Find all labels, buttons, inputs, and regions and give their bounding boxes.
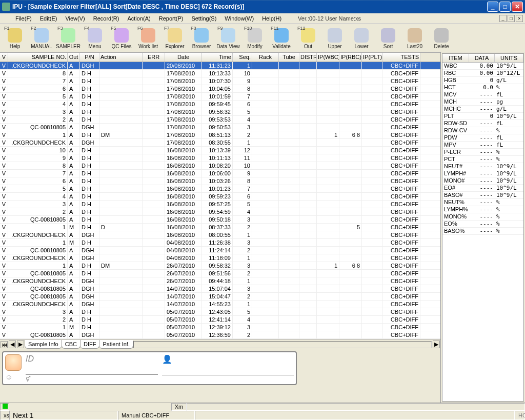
result-row: EO%----% (442, 221, 523, 228)
table-row[interactable]: V2AD H05/07/201012:41:144CBC+DIFF (0, 316, 440, 324)
table-row[interactable]: V6AD H17/08/201010:04:058CBC+DIFF (0, 85, 440, 93)
menu-actiona[interactable]: Action(A) (123, 14, 154, 23)
table-row[interactable]: V1MD HD16/08/201008:37:3325CBC+DIFF (0, 224, 440, 231)
table-row[interactable]: V2AD H16/08/201009:54:594CBC+DIFF (0, 208, 440, 216)
mdi-minimize[interactable]: _ (499, 15, 507, 22)
toolbar-explorer[interactable]: F7 Explorer (162, 25, 188, 51)
tab-diff[interactable]: DIFF (80, 340, 99, 349)
toolbar-data-view[interactable]: F9 Data View (215, 25, 241, 51)
table-row[interactable]: V3AD H16/08/201009:57:255CBC+DIFF (0, 201, 440, 208)
menu-reportp[interactable]: Report(P) (155, 14, 188, 23)
table-row[interactable]: V1MD H04/08/201011:26:383CBC+DIFF (0, 239, 440, 247)
table-row[interactable]: V7AD H16/08/201010:06:009CBC+DIFF (0, 170, 440, 177)
tab-cbc[interactable]: CBC (62, 340, 80, 349)
col-header-rack[interactable]: Rack (252, 53, 279, 62)
table-row[interactable]: V6AD H16/08/201010:03:268CBC+DIFF (0, 177, 440, 185)
table-row[interactable]: VQC-00810805ADGH17/08/201009:50:533CBC+D… (0, 124, 440, 131)
toolbar-lower[interactable]: Lower (349, 25, 374, 51)
col-header-action[interactable]: Action (99, 53, 143, 62)
toolbar-menu[interactable]: F4 Menu (82, 25, 108, 51)
toolbar-work-list[interactable]: F6 Work list (135, 25, 161, 51)
toolbar-help[interactable]: F1 Help (2, 25, 28, 51)
table-row[interactable]: V2AD H17/08/201009:53:534CBC+DIFF (0, 116, 440, 124)
toolbar-last20[interactable]: Last20 (402, 25, 428, 51)
table-row[interactable]: V.CKGROUNDCHECKADGH20/08/201011:31:231CB… (0, 62, 440, 70)
horizontal-scrollbar[interactable] (133, 341, 432, 348)
col-header-seq[interactable]: Seq. (233, 53, 252, 62)
col-header-date[interactable]: Date (165, 53, 202, 62)
col-header-sampleno[interactable]: SAMPLE NO. (8, 53, 68, 62)
menu-recordr[interactable]: Record(R) (89, 14, 124, 23)
menu-settings[interactable]: Setting(S) (187, 14, 220, 23)
col-header-pn[interactable]: P/N (80, 53, 99, 62)
table-row[interactable]: V.CKGROUNDCHECKADGH17/08/201008:30:551CB… (0, 139, 440, 147)
toolbar-validate[interactable]: F11 Validate (269, 25, 294, 51)
table-row[interactable]: V.CKGROUNDCHECKADGH16/08/201008:00:551CB… (0, 231, 440, 239)
table-row[interactable]: VQC-00810805ADGH04/08/201011:24:142CBC+D… (0, 247, 440, 254)
menu-windoww[interactable]: Window(W) (220, 14, 258, 23)
tab-first[interactable]: ⏮ (1, 341, 8, 348)
toolbar-upper[interactable]: Upper (322, 25, 348, 51)
toolbar-qc-files[interactable]: F5 QC Files (109, 25, 134, 51)
table-row[interactable]: V.CKGROUNDCHECKADGH04/08/201011:18:091CB… (0, 254, 440, 262)
table-row[interactable]: VQC-00810805ADGH05/07/201012:36:592CBC+D… (0, 331, 440, 339)
table-row[interactable]: V3AD H17/08/201009:56:325CBC+DIFF (0, 108, 440, 116)
toolbar-sort[interactable]: Sort (375, 25, 401, 51)
table-row[interactable]: VQC-00810805AD H16/08/201009:50:183CBC+D… (0, 216, 440, 224)
toolbar-modify[interactable]: F10 Modify (242, 25, 268, 51)
toolbar-delete[interactable]: Delete (429, 25, 454, 51)
table-row[interactable]: VQC-00810805ADGH14/07/201015:04:472CBC+D… (0, 293, 440, 301)
minimize-button[interactable]: _ (487, 2, 498, 12)
col-header-v[interactable]: V (0, 53, 8, 62)
table-row[interactable]: V1AD HDM17/08/201008:51:13216 8CBC+DIFF (0, 131, 440, 139)
col-header-time[interactable]: Time (202, 53, 233, 62)
table-row[interactable]: V.CKGROUNDCHECKADGH14/07/201014:55:231CB… (0, 301, 440, 308)
table-row[interactable]: V9AD H16/08/201010:11:1311CBC+DIFF (0, 154, 440, 162)
mdi-restore[interactable]: □ (508, 15, 515, 22)
scroll-right[interactable]: ▶ (433, 341, 440, 348)
col-header-tube[interactable]: Tube (279, 53, 299, 62)
table-row[interactable]: VQC-00810805AD H26/07/201009:51:562CBC+D… (0, 270, 440, 277)
toolbar-browser[interactable]: F8 Browser (189, 25, 214, 51)
results-header-data[interactable]: DATA (469, 54, 495, 62)
col-header-tests[interactable]: TESTS (382, 53, 420, 62)
table-row[interactable]: V4AD H16/08/201009:59:236CBC+DIFF (0, 193, 440, 201)
maximize-button[interactable]: □ (499, 2, 511, 12)
tab-patientinf[interactable]: Patient Inf. (99, 340, 133, 349)
table-row[interactable]: V10AD H16/08/201010:13:3912CBC+DIFF (0, 147, 440, 154)
table-row[interactable]: V5AD H17/08/201010:01:597CBC+DIFF (0, 93, 440, 101)
menu-filef[interactable]: File(F) (11, 14, 36, 23)
table-row[interactable]: V7AD H17/08/201010:07:309CBC+DIFF (0, 77, 440, 85)
tab-prev[interactable]: ◀ (9, 341, 16, 348)
result-row: BASO#----10^9/L (442, 192, 523, 199)
table-row[interactable]: V5AD H16/08/201010:01:237CBC+DIFF (0, 185, 440, 193)
table-row[interactable]: VQC-00810805ADGH14/07/201015:07:043CBC+D… (0, 285, 440, 293)
col-header-ipwbc[interactable]: IP(WBC) (317, 53, 339, 62)
table-row[interactable]: V1MD H05/07/201012:39:123CBC+DIFF (0, 324, 440, 331)
grid-body[interactable]: V.CKGROUNDCHECKADGH20/08/201011:31:231CB… (0, 62, 440, 339)
table-row[interactable]: V8AD H17/08/201010:13:3310CBC+DIFF (0, 70, 440, 77)
tab-sampleinfo[interactable]: Sample Info (25, 340, 62, 349)
col-header-distr[interactable]: DISTR (299, 53, 317, 62)
resize-grip[interactable]: HC (515, 411, 525, 420)
col-header-err[interactable]: ERR (143, 53, 165, 62)
results-header-item[interactable]: ITEM (442, 54, 469, 62)
col-header-iprbc[interactable]: IP(RBC) (339, 53, 362, 62)
col-header-out[interactable]: Out (68, 53, 80, 62)
toolbar-out[interactable]: F12 Out (295, 25, 321, 51)
results-header-units[interactable]: UNITS (495, 54, 523, 62)
col-header-ipplt[interactable]: IP(PLT) (362, 53, 382, 62)
menu-edite[interactable]: Edit(E) (36, 14, 62, 23)
close-button[interactable]: ✕ (512, 2, 523, 12)
menu-helph[interactable]: Help(H) (258, 14, 286, 23)
table-row[interactable]: V4AD H17/08/201009:59:456CBC+DIFF (0, 101, 440, 108)
table-row[interactable]: V.CKGROUNDCHECKADGH26/07/201009:44:181CB… (0, 277, 440, 285)
table-row[interactable]: V1AD HDM26/07/201009:58:32316 8CBC+DIFF (0, 262, 440, 270)
toolbar-manual[interactable]: F2 MANUAL (29, 25, 54, 51)
table-row[interactable]: V3AD H05/07/201012:43:055CBC+DIFF (0, 308, 440, 316)
toolbar-sampler[interactable]: F3 SAMPLER (55, 25, 81, 51)
table-row[interactable]: V8AD H16/08/201010:08:2010CBC+DIFF (0, 162, 440, 170)
menu-viewv[interactable]: View(V) (61, 14, 89, 23)
tab-next[interactable]: ▶ (17, 341, 24, 348)
mdi-close[interactable]: × (516, 15, 523, 22)
